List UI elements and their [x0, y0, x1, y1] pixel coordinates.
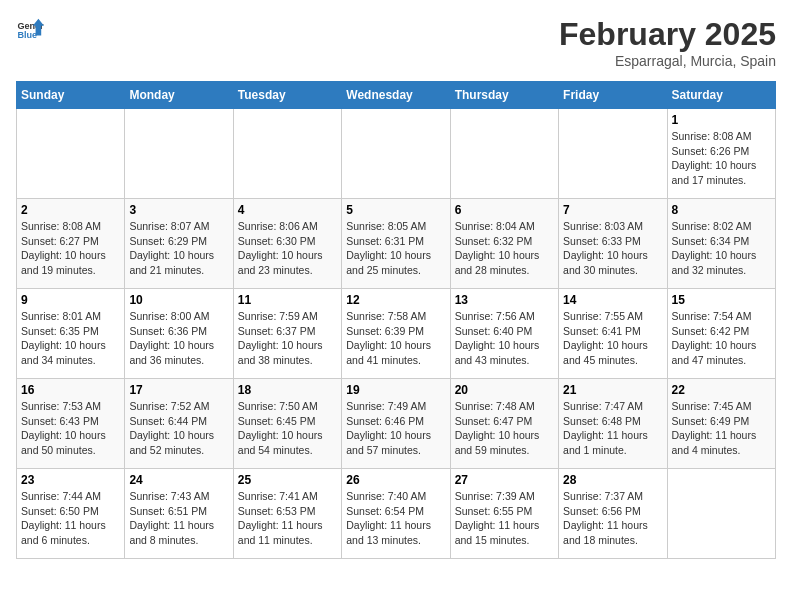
calendar-week-row: 9Sunrise: 8:01 AM Sunset: 6:35 PM Daylig… [17, 289, 776, 379]
cell-content: Sunrise: 8:08 AM Sunset: 6:27 PM Dayligh… [21, 219, 120, 278]
day-number: 21 [563, 383, 662, 397]
cell-content: Sunrise: 7:47 AM Sunset: 6:48 PM Dayligh… [563, 399, 662, 458]
calendar-cell: 26Sunrise: 7:40 AM Sunset: 6:54 PM Dayli… [342, 469, 450, 559]
cell-content: Sunrise: 7:54 AM Sunset: 6:42 PM Dayligh… [672, 309, 771, 368]
calendar-cell: 12Sunrise: 7:58 AM Sunset: 6:39 PM Dayli… [342, 289, 450, 379]
weekday-header-thursday: Thursday [450, 82, 558, 109]
day-number: 4 [238, 203, 337, 217]
calendar-cell: 9Sunrise: 8:01 AM Sunset: 6:35 PM Daylig… [17, 289, 125, 379]
day-number: 6 [455, 203, 554, 217]
calendar-week-row: 2Sunrise: 8:08 AM Sunset: 6:27 PM Daylig… [17, 199, 776, 289]
calendar-cell: 22Sunrise: 7:45 AM Sunset: 6:49 PM Dayli… [667, 379, 775, 469]
calendar-cell [667, 469, 775, 559]
calendar-cell: 15Sunrise: 7:54 AM Sunset: 6:42 PM Dayli… [667, 289, 775, 379]
weekday-header-wednesday: Wednesday [342, 82, 450, 109]
calendar-cell: 27Sunrise: 7:39 AM Sunset: 6:55 PM Dayli… [450, 469, 558, 559]
cell-content: Sunrise: 7:44 AM Sunset: 6:50 PM Dayligh… [21, 489, 120, 548]
cell-content: Sunrise: 7:40 AM Sunset: 6:54 PM Dayligh… [346, 489, 445, 548]
day-number: 8 [672, 203, 771, 217]
calendar-cell: 4Sunrise: 8:06 AM Sunset: 6:30 PM Daylig… [233, 199, 341, 289]
calendar-cell [559, 109, 667, 199]
day-number: 16 [21, 383, 120, 397]
cell-content: Sunrise: 8:08 AM Sunset: 6:26 PM Dayligh… [672, 129, 771, 188]
calendar-cell: 14Sunrise: 7:55 AM Sunset: 6:41 PM Dayli… [559, 289, 667, 379]
day-number: 26 [346, 473, 445, 487]
day-number: 12 [346, 293, 445, 307]
main-title: February 2025 [559, 16, 776, 53]
weekday-header-friday: Friday [559, 82, 667, 109]
calendar-cell: 20Sunrise: 7:48 AM Sunset: 6:47 PM Dayli… [450, 379, 558, 469]
cell-content: Sunrise: 8:07 AM Sunset: 6:29 PM Dayligh… [129, 219, 228, 278]
cell-content: Sunrise: 7:55 AM Sunset: 6:41 PM Dayligh… [563, 309, 662, 368]
cell-content: Sunrise: 7:58 AM Sunset: 6:39 PM Dayligh… [346, 309, 445, 368]
calendar-cell: 25Sunrise: 7:41 AM Sunset: 6:53 PM Dayli… [233, 469, 341, 559]
calendar-cell: 13Sunrise: 7:56 AM Sunset: 6:40 PM Dayli… [450, 289, 558, 379]
calendar-cell: 7Sunrise: 8:03 AM Sunset: 6:33 PM Daylig… [559, 199, 667, 289]
day-number: 20 [455, 383, 554, 397]
calendar-cell: 18Sunrise: 7:50 AM Sunset: 6:45 PM Dayli… [233, 379, 341, 469]
cell-content: Sunrise: 7:59 AM Sunset: 6:37 PM Dayligh… [238, 309, 337, 368]
cell-content: Sunrise: 8:04 AM Sunset: 6:32 PM Dayligh… [455, 219, 554, 278]
calendar-cell [125, 109, 233, 199]
day-number: 1 [672, 113, 771, 127]
cell-content: Sunrise: 7:39 AM Sunset: 6:55 PM Dayligh… [455, 489, 554, 548]
calendar-cell [450, 109, 558, 199]
calendar-week-row: 1Sunrise: 8:08 AM Sunset: 6:26 PM Daylig… [17, 109, 776, 199]
day-number: 3 [129, 203, 228, 217]
day-number: 10 [129, 293, 228, 307]
day-number: 23 [21, 473, 120, 487]
cell-content: Sunrise: 7:56 AM Sunset: 6:40 PM Dayligh… [455, 309, 554, 368]
weekday-header-saturday: Saturday [667, 82, 775, 109]
calendar-cell [233, 109, 341, 199]
calendar-cell: 6Sunrise: 8:04 AM Sunset: 6:32 PM Daylig… [450, 199, 558, 289]
logo: General Blue [16, 16, 44, 44]
day-number: 7 [563, 203, 662, 217]
cell-content: Sunrise: 8:06 AM Sunset: 6:30 PM Dayligh… [238, 219, 337, 278]
day-number: 13 [455, 293, 554, 307]
calendar-cell [342, 109, 450, 199]
day-number: 14 [563, 293, 662, 307]
day-number: 27 [455, 473, 554, 487]
calendar-cell: 24Sunrise: 7:43 AM Sunset: 6:51 PM Dayli… [125, 469, 233, 559]
cell-content: Sunrise: 7:49 AM Sunset: 6:46 PM Dayligh… [346, 399, 445, 458]
header: General Blue February 2025 Esparragal, M… [16, 16, 776, 69]
cell-content: Sunrise: 7:45 AM Sunset: 6:49 PM Dayligh… [672, 399, 771, 458]
calendar-cell: 2Sunrise: 8:08 AM Sunset: 6:27 PM Daylig… [17, 199, 125, 289]
calendar-cell: 19Sunrise: 7:49 AM Sunset: 6:46 PM Dayli… [342, 379, 450, 469]
calendar-cell: 3Sunrise: 8:07 AM Sunset: 6:29 PM Daylig… [125, 199, 233, 289]
day-number: 24 [129, 473, 228, 487]
calendar-cell: 16Sunrise: 7:53 AM Sunset: 6:43 PM Dayli… [17, 379, 125, 469]
day-number: 18 [238, 383, 337, 397]
cell-content: Sunrise: 8:01 AM Sunset: 6:35 PM Dayligh… [21, 309, 120, 368]
calendar-cell: 17Sunrise: 7:52 AM Sunset: 6:44 PM Dayli… [125, 379, 233, 469]
calendar-cell: 8Sunrise: 8:02 AM Sunset: 6:34 PM Daylig… [667, 199, 775, 289]
weekday-header-row: SundayMondayTuesdayWednesdayThursdayFrid… [17, 82, 776, 109]
calendar-cell: 1Sunrise: 8:08 AM Sunset: 6:26 PM Daylig… [667, 109, 775, 199]
day-number: 11 [238, 293, 337, 307]
logo-icon: General Blue [16, 16, 44, 44]
calendar-cell: 28Sunrise: 7:37 AM Sunset: 6:56 PM Dayli… [559, 469, 667, 559]
day-number: 22 [672, 383, 771, 397]
calendar-cell: 11Sunrise: 7:59 AM Sunset: 6:37 PM Dayli… [233, 289, 341, 379]
day-number: 9 [21, 293, 120, 307]
cell-content: Sunrise: 7:53 AM Sunset: 6:43 PM Dayligh… [21, 399, 120, 458]
weekday-header-monday: Monday [125, 82, 233, 109]
day-number: 25 [238, 473, 337, 487]
day-number: 19 [346, 383, 445, 397]
cell-content: Sunrise: 8:03 AM Sunset: 6:33 PM Dayligh… [563, 219, 662, 278]
svg-text:Blue: Blue [17, 30, 37, 40]
calendar-week-row: 23Sunrise: 7:44 AM Sunset: 6:50 PM Dayli… [17, 469, 776, 559]
weekday-header-tuesday: Tuesday [233, 82, 341, 109]
calendar-cell: 5Sunrise: 8:05 AM Sunset: 6:31 PM Daylig… [342, 199, 450, 289]
weekday-header-sunday: Sunday [17, 82, 125, 109]
calendar-table: SundayMondayTuesdayWednesdayThursdayFrid… [16, 81, 776, 559]
calendar-cell [17, 109, 125, 199]
cell-content: Sunrise: 8:02 AM Sunset: 6:34 PM Dayligh… [672, 219, 771, 278]
sub-title: Esparragal, Murcia, Spain [559, 53, 776, 69]
cell-content: Sunrise: 8:00 AM Sunset: 6:36 PM Dayligh… [129, 309, 228, 368]
day-number: 15 [672, 293, 771, 307]
day-number: 28 [563, 473, 662, 487]
calendar-cell: 23Sunrise: 7:44 AM Sunset: 6:50 PM Dayli… [17, 469, 125, 559]
calendar-week-row: 16Sunrise: 7:53 AM Sunset: 6:43 PM Dayli… [17, 379, 776, 469]
cell-content: Sunrise: 8:05 AM Sunset: 6:31 PM Dayligh… [346, 219, 445, 278]
